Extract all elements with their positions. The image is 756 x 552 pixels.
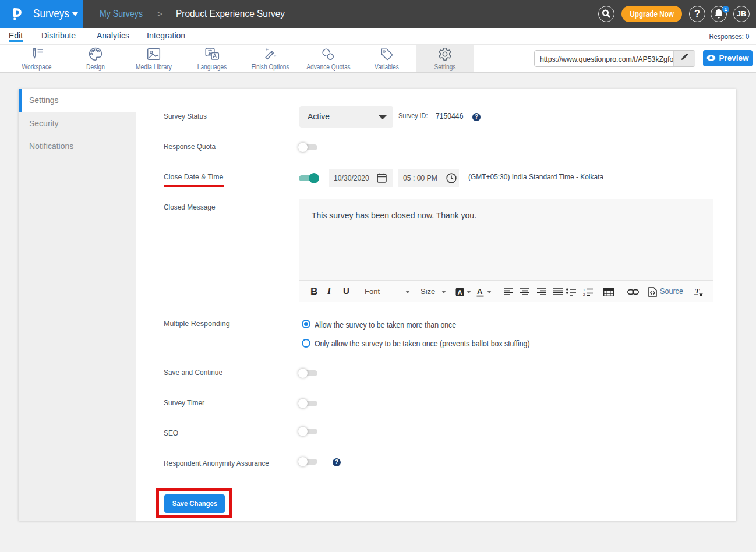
svg-text:2: 2 — [583, 293, 585, 296]
svg-text:A: A — [477, 287, 483, 296]
svg-text:T: T — [695, 287, 700, 295]
svg-text:1: 1 — [583, 288, 585, 292]
svg-text:A: A — [458, 289, 462, 296]
